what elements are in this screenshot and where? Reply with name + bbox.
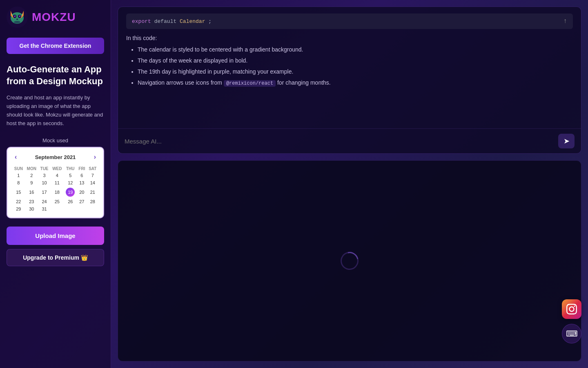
sidebar-heading: Auto-Generate an App from a Design Mocku… — [7, 64, 104, 87]
upgrade-premium-button[interactable]: Upgrade to Premium 👑 — [7, 249, 104, 266]
in-this-code-label: In this code: — [126, 35, 573, 41]
calendar-day[interactable]: 8 — [12, 179, 25, 186]
calendar-grid: SUN MON TUE WED THU FRI SAT 123456789101… — [12, 166, 98, 213]
code-semicolon: ; — [208, 18, 212, 25]
calendar-day — [64, 205, 77, 213]
calendar-day[interactable]: 13 — [77, 179, 87, 186]
calendar-day[interactable]: 29 — [12, 205, 25, 213]
main-content: export default Calendar ; ↑ In this code… — [111, 0, 588, 368]
day-header-thu: THU — [64, 166, 77, 172]
calendar-day[interactable]: 18 — [50, 186, 64, 198]
preview-panel — [118, 160, 581, 361]
calendar-day[interactable]: 27 — [77, 198, 87, 205]
calendar-day[interactable]: 22 — [12, 198, 25, 205]
copy-icon[interactable]: ↑ — [563, 18, 567, 25]
calendar-day[interactable]: 7 — [87, 172, 98, 179]
list-item: The calendar is styled to be centered wi… — [138, 45, 573, 54]
calendar-month-year: September 2021 — [35, 154, 76, 160]
calendar-prev-button[interactable]: ‹ — [12, 153, 19, 162]
upload-image-button[interactable]: Upload Image — [7, 227, 104, 245]
svg-point-13 — [14, 21, 20, 23]
calendar-day[interactable]: 5 — [64, 172, 77, 179]
keyboard-icon: ⌨ — [566, 329, 578, 339]
calendar-day[interactable]: 15 — [12, 186, 25, 198]
calendar-day — [50, 205, 64, 213]
calendar-day[interactable]: 9 — [25, 179, 38, 186]
logo-text: MOKZU — [32, 11, 76, 24]
calendar-day[interactable]: 10 — [38, 179, 50, 186]
instagram-icon — [566, 304, 577, 314]
send-icon: ➤ — [564, 137, 570, 146]
table-row: 891011121314 — [12, 179, 98, 186]
table-row: 1234567 — [12, 172, 98, 179]
calendar-day[interactable]: 11 — [50, 179, 64, 186]
code-keyword-default: default — [154, 18, 180, 25]
calendar-day[interactable]: 25 — [50, 198, 64, 205]
calendar-day[interactable]: 4 — [50, 172, 64, 179]
calendar-day[interactable]: 26 — [64, 198, 77, 205]
sidebar-description: Create and host an app instantly by uplo… — [7, 94, 104, 128]
calendar-day — [77, 205, 87, 213]
day-header-sun: SUN — [12, 166, 25, 172]
message-input[interactable] — [125, 138, 554, 145]
calendar-day[interactable]: 17 — [38, 186, 50, 198]
calendar-day[interactable]: 28 — [87, 198, 98, 205]
day-header-sat: SAT — [87, 166, 98, 172]
list-item: The days of the week are displayed in bo… — [138, 56, 573, 65]
calendar-day[interactable]: 30 — [25, 205, 38, 213]
mock-label: Mock used — [7, 137, 104, 144]
code-identifier-calendar: Calendar — [180, 18, 205, 25]
table-row: 22232425262728 — [12, 198, 98, 205]
calendar-day[interactable]: 6 — [77, 172, 87, 179]
inline-code: @remixicon/react — [224, 80, 276, 87]
chat-messages: export default Calendar ; ↑ In this code… — [118, 7, 581, 128]
calendar-day — [87, 205, 98, 213]
highlighted-day[interactable]: 19 — [66, 188, 75, 197]
day-header-wed: WED — [50, 166, 64, 172]
chrome-extension-button[interactable]: Get the Chrome Extension — [7, 38, 104, 54]
code-content: export default Calendar ; — [132, 18, 212, 25]
svg-point-8 — [15, 16, 16, 16]
calendar-day[interactable]: 19 — [64, 186, 77, 198]
calendar-day[interactable]: 21 — [87, 186, 98, 198]
fox-logo-icon — [7, 7, 28, 28]
day-header-mon: MON — [25, 166, 38, 172]
code-block: export default Calendar ; ↑ — [126, 13, 573, 29]
code-keyword-export: export — [132, 18, 151, 25]
calendar-day[interactable]: 31 — [38, 205, 50, 213]
day-header-tue: TUE — [38, 166, 50, 172]
calendar-day[interactable]: 12 — [64, 179, 77, 186]
list-item: Navigation arrows use icons from @remixi… — [138, 79, 573, 87]
calendar-day[interactable]: 2 — [25, 172, 38, 179]
table-row: 293031 — [12, 205, 98, 213]
calendar-day[interactable]: 24 — [38, 198, 50, 205]
calendar-header: ‹ September 2021 › — [12, 153, 98, 162]
chat-panel: export default Calendar ; ↑ In this code… — [118, 7, 581, 154]
table-row: 15161718192021 — [12, 186, 98, 198]
calendar-day[interactable]: 14 — [87, 179, 98, 186]
loading-spinner — [337, 249, 361, 273]
calendar-next-button[interactable]: › — [91, 153, 98, 162]
calendar-day[interactable]: 23 — [25, 198, 38, 205]
calendar-day[interactable]: 3 — [38, 172, 50, 179]
svg-point-9 — [20, 16, 20, 16]
chat-input-row: ➤ — [118, 128, 581, 153]
list-item: The 19th day is highlighted in purple, m… — [138, 67, 573, 76]
sidebar: MOKZU Get the Chrome Extension Auto-Gene… — [0, 0, 111, 368]
bullet-list: The calendar is styled to be centered wi… — [126, 45, 573, 87]
calendar-day[interactable]: 20 — [77, 186, 87, 198]
day-header-fri: FRI — [77, 166, 87, 172]
instagram-fab-button[interactable] — [562, 299, 581, 319]
calendar-day[interactable]: 1 — [12, 172, 25, 179]
send-button[interactable]: ➤ — [558, 134, 575, 148]
calendar-widget: ‹ September 2021 › SUN MON TUE WED THU F… — [7, 147, 104, 218]
keyboard-fab-button[interactable]: ⌨ — [562, 324, 581, 343]
calendar-day[interactable]: 16 — [25, 186, 38, 198]
svg-point-10 — [16, 19, 18, 20]
logo-row: MOKZU — [7, 7, 104, 28]
